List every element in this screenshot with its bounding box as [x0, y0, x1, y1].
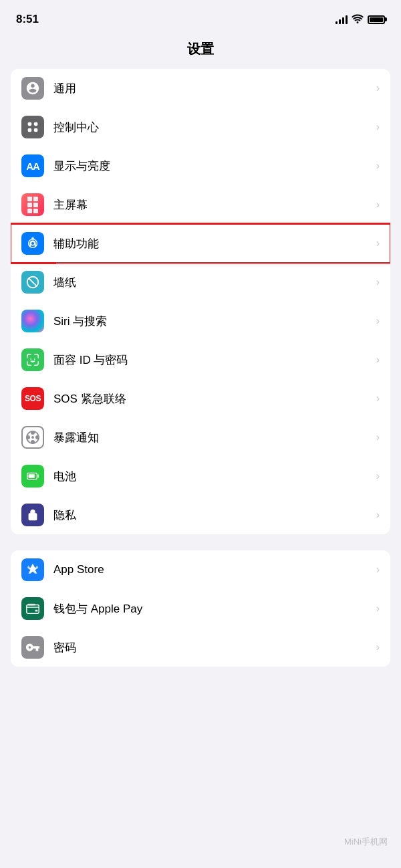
- faceid-chevron: ›: [376, 354, 380, 366]
- settings-item-battery[interactable]: 电池 ›: [11, 457, 390, 496]
- sos-chevron: ›: [376, 393, 380, 405]
- faceid-label: 面容 ID 与密码: [53, 352, 371, 368]
- svg-rect-1: [34, 122, 38, 126]
- svg-rect-10: [28, 604, 35, 606]
- settings-item-passwords[interactable]: 密码 ›: [11, 628, 390, 667]
- settings-section-general: 通用 › 控制中心 › AA 显示与亮度 › 主屏幕: [11, 69, 390, 534]
- privacy-icon: [21, 504, 44, 526]
- settings-item-display[interactable]: AA 显示与亮度 ›: [11, 146, 390, 185]
- svg-text:A: A: [31, 567, 35, 574]
- appstore-label: App Store: [53, 563, 371, 576]
- battery-chevron: ›: [376, 470, 380, 482]
- control-center-icon: [21, 116, 44, 138]
- settings-item-wallet[interactable]: 钱包与 Apple Pay ›: [11, 589, 390, 628]
- privacy-label: 隐私: [53, 508, 371, 523]
- svg-rect-0: [28, 122, 32, 126]
- accessibility-chevron: ›: [376, 237, 380, 249]
- status-time: 8:51: [16, 13, 39, 26]
- settings-item-exposure[interactable]: 暴露通知 ›: [11, 418, 390, 457]
- passwords-chevron: ›: [376, 641, 380, 653]
- general-chevron: ›: [376, 82, 380, 94]
- svg-rect-7: [29, 474, 35, 478]
- control-center-chevron: ›: [376, 121, 380, 133]
- svg-point-5: [31, 241, 35, 245]
- settings-item-privacy[interactable]: 隐私 ›: [11, 496, 390, 534]
- wallpaper-label: 墙纸: [53, 275, 371, 290]
- general-icon: [21, 77, 44, 100]
- svg-rect-3: [34, 128, 38, 132]
- exposure-icon: [21, 426, 44, 449]
- wallpaper-icon: [21, 271, 44, 294]
- wallet-chevron: ›: [376, 603, 380, 615]
- battery-status-icon: [368, 15, 385, 24]
- homescreen-chevron: ›: [376, 199, 380, 211]
- settings-item-accessibility[interactable]: 辅助功能 ›: [11, 224, 390, 263]
- privacy-chevron: ›: [376, 509, 380, 521]
- sos-label: SOS 紧急联络: [53, 391, 371, 407]
- wifi-icon: [352, 14, 364, 25]
- status-bar: 8:51: [0, 0, 401, 33]
- settings-item-general[interactable]: 通用 ›: [11, 69, 390, 108]
- svg-rect-9: [27, 605, 39, 614]
- homescreen-label: 主屏幕: [53, 197, 371, 213]
- accessibility-label: 辅助功能: [53, 236, 371, 251]
- page-title: 设置: [0, 33, 401, 69]
- faceid-icon: [21, 348, 44, 371]
- exposure-label: 暴露通知: [53, 430, 371, 445]
- appstore-chevron: ›: [376, 564, 380, 576]
- settings-item-appstore[interactable]: A App Store ›: [11, 550, 390, 589]
- siri-icon: [21, 310, 44, 332]
- signal-icon: [336, 15, 348, 24]
- control-center-label: 控制中心: [53, 120, 371, 135]
- wallet-icon: [21, 597, 44, 620]
- appstore-icon: A: [21, 558, 44, 581]
- settings-item-sos[interactable]: SOS SOS 紧急联络 ›: [11, 379, 390, 418]
- settings-item-wallpaper[interactable]: 墙纸 ›: [11, 263, 390, 302]
- exposure-chevron: ›: [376, 431, 380, 443]
- display-label: 显示与亮度: [53, 158, 371, 174]
- svg-rect-11: [35, 610, 38, 612]
- accessibility-icon: [21, 232, 44, 255]
- display-icon: AA: [21, 154, 44, 177]
- passwords-icon: [21, 636, 44, 659]
- settings-item-homescreen[interactable]: 主屏幕 ›: [11, 185, 390, 224]
- svg-rect-2: [28, 128, 32, 132]
- display-chevron: ›: [376, 160, 380, 172]
- general-label: 通用: [53, 81, 371, 96]
- settings-section-apps: A App Store › 钱包与 Apple Pay › 密码 ›: [11, 550, 390, 667]
- settings-item-siri[interactable]: Siri 与搜索 ›: [11, 302, 390, 340]
- battery-icon: [21, 465, 44, 487]
- watermark: MiNi手机网: [344, 836, 388, 848]
- battery-label: 电池: [53, 469, 371, 484]
- wallpaper-chevron: ›: [376, 276, 380, 288]
- passwords-label: 密码: [53, 640, 371, 655]
- sos-icon: SOS: [21, 387, 44, 410]
- siri-chevron: ›: [376, 315, 380, 327]
- homescreen-icon: [21, 193, 44, 216]
- settings-item-faceid[interactable]: 面容 ID 与密码 ›: [11, 340, 390, 379]
- wallet-label: 钱包与 Apple Pay: [53, 601, 371, 617]
- status-icons: [336, 14, 385, 25]
- siri-label: Siri 与搜索: [53, 314, 371, 329]
- settings-item-control-center[interactable]: 控制中心 ›: [11, 108, 390, 146]
